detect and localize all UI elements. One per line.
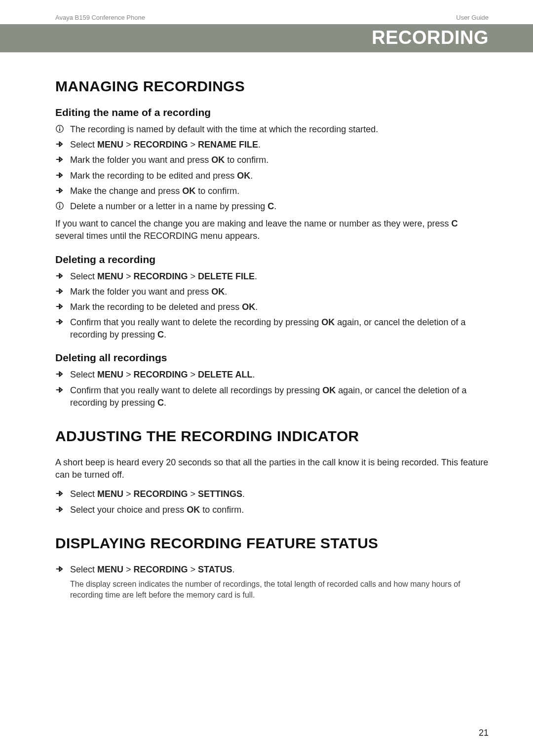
page-header: Avaya B159 Conference Phone User Guide	[0, 0, 533, 24]
step-line: Mark the recording to be edited and pres…	[55, 170, 489, 182]
step-text: Mark the recording to be edited and pres…	[70, 170, 489, 182]
arrow-icon	[55, 384, 70, 394]
step-text: Confirm that you really want to delete t…	[70, 316, 489, 341]
step-line: Select MENU > RECORDING > SETTINGS.	[55, 488, 489, 500]
step-line: Make the change and press OK to confirm.	[55, 185, 489, 197]
arrow-icon	[55, 301, 70, 311]
note-text: The display screen indicates the number …	[70, 579, 489, 600]
step-line: Select MENU > RECORDING > DELETE FILE.	[55, 270, 489, 283]
arrow-icon	[55, 316, 70, 326]
step-text: Select MENU > RECORDING > SETTINGS.	[70, 488, 489, 500]
header-doc-type: User Guide	[456, 14, 489, 21]
heading-deleting-all: Deleting all recordings	[55, 352, 489, 364]
page-number: 21	[479, 728, 489, 738]
header-product: Avaya B159 Conference Phone	[55, 14, 145, 21]
step-line: Select MENU > RECORDING > DELETE ALL.	[55, 369, 489, 381]
step-line: Confirm that you really want to delete t…	[55, 316, 489, 341]
info-icon	[55, 200, 70, 210]
step-line: Select your choice and press OK to confi…	[55, 504, 489, 516]
section-title-bar: RECORDING	[0, 24, 533, 52]
step-line: Mark the folder you want and press OK.	[55, 286, 489, 298]
step-line: Confirm that you really want to delete a…	[55, 384, 489, 409]
heading-managing: MANAGING RECORDINGS	[55, 78, 489, 95]
arrow-icon	[55, 270, 70, 280]
arrow-icon	[55, 488, 70, 498]
heading-adjusting: ADJUSTING THE RECORDING INDICATOR	[55, 428, 489, 445]
arrow-icon	[55, 170, 70, 180]
arrow-icon	[55, 504, 70, 514]
step-text: Select MENU > RECORDING > STATUS.	[70, 564, 489, 576]
step-text: Select your choice and press OK to confi…	[70, 504, 489, 516]
status-note: The display screen indicates the number …	[55, 579, 489, 600]
step-line: Mark the folder you want and press OK to…	[55, 154, 489, 166]
step-text: Mark the folder you want and press OK.	[70, 286, 489, 298]
step-text: Make the change and press OK to confirm.	[70, 185, 489, 197]
arrow-icon	[55, 286, 70, 296]
step-text: Confirm that you really want to delete a…	[70, 384, 489, 409]
step-text: Select MENU > RECORDING > DELETE FILE.	[70, 270, 489, 283]
arrow-icon	[55, 154, 70, 164]
step-line: Select MENU > RECORDING > RENAME FILE.	[55, 139, 489, 151]
heading-editing: Editing the name of a recording	[55, 107, 489, 118]
paragraph: A short beep is heard every 20 seconds s…	[55, 456, 489, 481]
heading-status: DISPLAYING RECORDING FEATURE STATUS	[55, 535, 489, 552]
step-text: Select MENU > RECORDING > RENAME FILE.	[70, 139, 489, 151]
info-line: Delete a number or a letter in a name by…	[55, 200, 489, 213]
arrow-icon	[55, 564, 70, 573]
step-line: Select MENU > RECORDING > STATUS.	[55, 564, 489, 576]
paragraph: If you want to cancel the change you are…	[55, 218, 489, 242]
step-text: Mark the recording to be deleted and pre…	[70, 301, 489, 313]
info-icon	[55, 123, 70, 133]
step-line: Mark the recording to be deleted and pre…	[55, 301, 489, 313]
info-line: The recording is named by default with t…	[55, 123, 489, 136]
arrow-icon	[55, 185, 70, 195]
step-text: Mark the folder you want and press OK to…	[70, 154, 489, 166]
arrow-icon	[55, 369, 70, 378]
step-text: Select MENU > RECORDING > DELETE ALL.	[70, 369, 489, 381]
heading-deleting: Deleting a recording	[55, 254, 489, 265]
page-content: MANAGING RECORDINGS Editing the name of …	[0, 52, 533, 600]
info-text: The recording is named by default with t…	[70, 123, 489, 136]
arrow-icon	[55, 139, 70, 149]
info-text: Delete a number or a letter in a name by…	[70, 200, 489, 213]
